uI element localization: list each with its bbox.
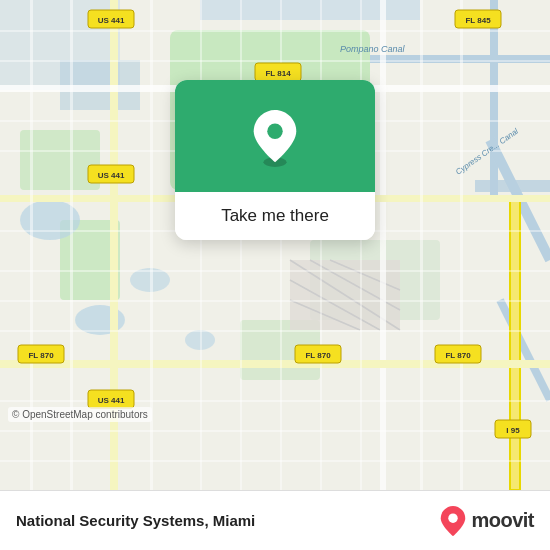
svg-rect-41 [0,30,550,32]
moovit-pin-icon [439,505,467,537]
svg-point-73 [267,123,282,138]
location-name: National Security Systems, Miami [16,512,255,529]
location-info: National Security Systems, Miami [16,512,255,529]
svg-rect-34 [200,0,202,490]
bottom-bar: National Security Systems, Miami moovit [0,490,550,550]
svg-rect-49 [0,400,550,402]
svg-text:I 95: I 95 [506,426,520,435]
svg-text:Pompano Canal: Pompano Canal [340,44,406,54]
svg-rect-25 [380,0,386,490]
svg-rect-46 [0,270,550,272]
svg-text:FL 814: FL 814 [265,69,291,78]
svg-rect-39 [420,0,423,490]
svg-text:FL 870: FL 870 [445,351,471,360]
take-me-there-button[interactable]: Take me there [175,192,375,240]
svg-rect-40 [460,0,463,490]
svg-rect-42 [0,60,550,62]
popup-green-area [175,80,375,192]
moovit-logo: moovit [439,505,534,537]
popup-card: Take me there [175,80,375,240]
svg-text:FL 870: FL 870 [28,351,54,360]
map-attribution: © OpenStreetMap contributors [8,407,152,422]
svg-rect-37 [320,0,322,490]
svg-rect-48 [0,330,550,332]
svg-text:FL 870: FL 870 [305,351,331,360]
svg-text:FL 845: FL 845 [465,16,491,25]
svg-rect-38 [360,0,362,490]
moovit-brand-text: moovit [471,509,534,532]
svg-point-74 [449,513,458,522]
svg-rect-3 [200,0,420,20]
svg-text:US 441: US 441 [98,396,125,405]
location-pin-icon [249,108,301,168]
svg-rect-35 [240,0,242,490]
map-container: US 441 US 441 US 441 FL 814 FL 845 FL 87… [0,0,550,490]
svg-text:US 441: US 441 [98,171,125,180]
svg-rect-47 [0,300,550,302]
svg-rect-50 [0,430,550,432]
svg-rect-51 [0,460,550,462]
svg-rect-26 [510,200,520,490]
svg-text:US 441: US 441 [98,16,125,25]
